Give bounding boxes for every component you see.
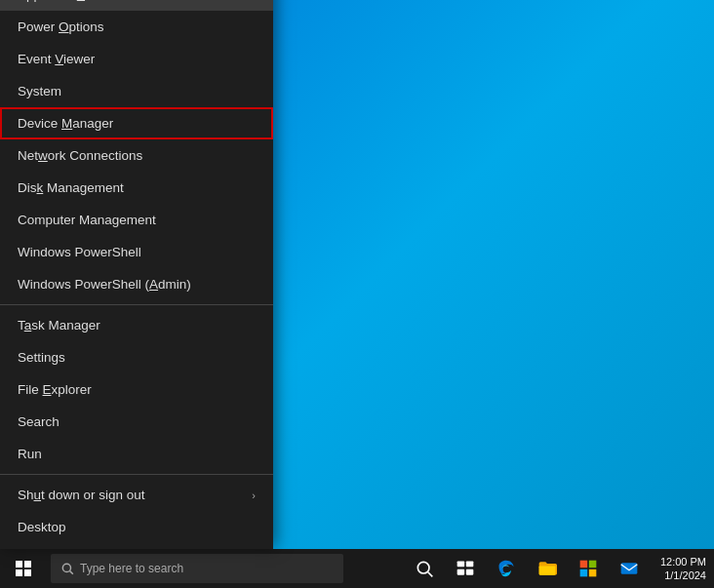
menu-item-label: Event Viewer: [18, 52, 95, 66]
menu-item-label: Desktop: [18, 520, 66, 534]
menu-item-label: Task Manager: [18, 318, 100, 333]
start-button[interactable]: [0, 549, 47, 588]
taskbar: Type here to search: [0, 549, 714, 588]
menu-item-run[interactable]: Run: [0, 438, 273, 470]
menu-item-label: Power Options: [18, 20, 104, 34]
menu-item-label: Device Manager: [18, 116, 113, 131]
menu-item-desktop[interactable]: Desktop: [0, 511, 273, 543]
menu-item-computer-management[interactable]: Computer Management: [0, 204, 273, 236]
svg-line-3: [428, 572, 433, 577]
menu-item-label: Apps and Features: [18, 0, 129, 2]
menu-item-label: Disk Management: [18, 180, 124, 195]
menu-item-search[interactable]: Search: [0, 406, 273, 438]
menu-divider-2: [0, 474, 273, 475]
svg-line-1: [70, 571, 73, 574]
menu-item-label: File Explorer: [18, 382, 92, 397]
menu-item-label: Settings: [18, 350, 65, 365]
edge-icon[interactable]: [487, 549, 526, 588]
svg-rect-10: [589, 561, 597, 568]
menu-item-shut-down[interactable]: Shut down or sign out ›: [0, 479, 273, 511]
svg-rect-6: [457, 569, 465, 575]
taskbar-search-bar[interactable]: Type here to search: [51, 554, 343, 583]
context-menu: Apps and Features Power Options Event Vi…: [0, 0, 273, 549]
svg-point-0: [62, 564, 70, 571]
svg-rect-11: [580, 569, 588, 577]
submenu-chevron-icon: ›: [252, 490, 256, 501]
mail-icon[interactable]: [610, 549, 649, 588]
taskbar-icons: [405, 549, 656, 588]
svg-rect-7: [466, 569, 474, 575]
menu-item-label: Search: [18, 414, 60, 429]
menu-item-task-manager[interactable]: Task Manager: [0, 309, 273, 341]
menu-item-label: Run: [18, 447, 42, 461]
menu-item-device-manager[interactable]: Device Manager: [0, 107, 273, 139]
svg-rect-12: [589, 569, 597, 577]
menu-item-network-connections[interactable]: Network Connections: [0, 139, 273, 172]
menu-item-file-explorer[interactable]: File Explorer: [0, 373, 273, 406]
desktop: Apps and Features Power Options Event Vi…: [0, 0, 714, 588]
file-explorer-taskbar-icon[interactable]: [528, 549, 567, 588]
menu-item-disk-management[interactable]: Disk Management: [0, 172, 273, 204]
svg-rect-13: [621, 563, 638, 574]
menu-item-label: System: [18, 84, 61, 98]
svg-rect-8: [539, 567, 556, 575]
tray-clock: 12:00 PM 1/1/2024: [660, 555, 706, 583]
search-icon: [60, 562, 74, 575]
svg-rect-5: [466, 562, 474, 568]
svg-point-2: [417, 562, 429, 573]
menu-item-power-options[interactable]: Power Options: [0, 11, 273, 43]
menu-item-windows-powershell-admin[interactable]: Windows PowerShell (Admin): [0, 268, 273, 300]
taskbar-search-icon[interactable]: [405, 549, 444, 588]
menu-item-label: Windows PowerShell: [18, 245, 141, 259]
menu-item-settings[interactable]: Settings: [0, 341, 273, 373]
svg-rect-9: [580, 561, 588, 568]
svg-rect-4: [457, 562, 465, 568]
menu-item-label: Network Connections: [18, 148, 142, 163]
menu-item-event-viewer[interactable]: Event Viewer: [0, 43, 273, 75]
menu-item-label: Computer Management: [18, 213, 156, 227]
windows-logo-icon: [16, 561, 31, 576]
search-placeholder: Type here to search: [80, 562, 183, 575]
store-icon[interactable]: [569, 549, 608, 588]
system-tray: 12:00 PM 1/1/2024: [660, 555, 714, 583]
menu-item-system[interactable]: System: [0, 75, 273, 107]
task-view-icon[interactable]: [446, 549, 485, 588]
menu-item-label: Windows PowerShell (Admin): [18, 277, 191, 292]
menu-divider-1: [0, 304, 273, 305]
menu-item-label: Shut down or sign out: [18, 488, 145, 502]
menu-item-apps-features[interactable]: Apps and Features: [0, 0, 273, 11]
menu-item-windows-powershell[interactable]: Windows PowerShell: [0, 236, 273, 268]
